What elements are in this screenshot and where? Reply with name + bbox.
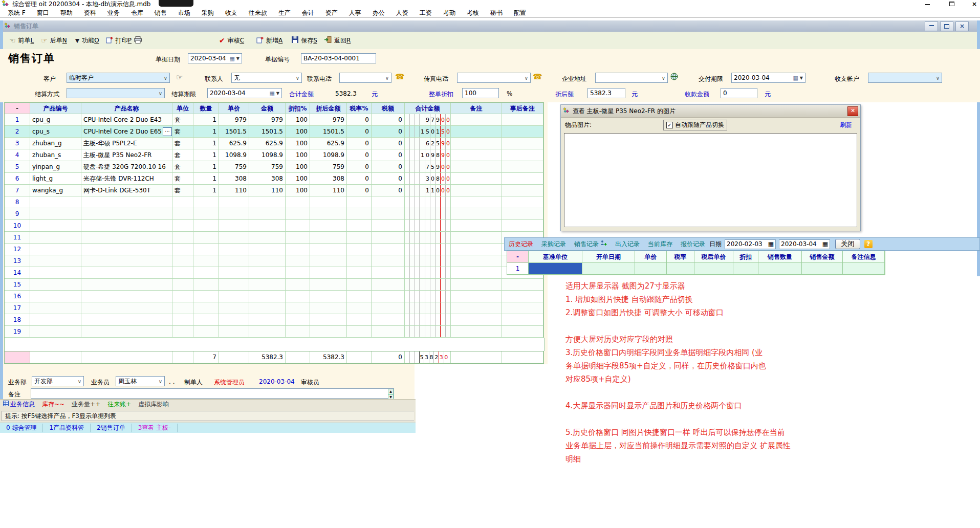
- table-row-16-cell-tax[interactable]: [372, 291, 405, 302]
- menu-item-帮助[interactable]: 帮助: [55, 9, 78, 17]
- table-row-13-cell-code[interactable]: [30, 255, 81, 267]
- table-row-4-cell-tax[interactable]: 0: [372, 149, 405, 161]
- menu-item-窗口[interactable]: 窗口: [31, 9, 55, 17]
- table-row-9-cell-name[interactable]: [81, 208, 172, 220]
- table-row-19-cell-qty[interactable]: [193, 326, 219, 338]
- table-row-17-cell-note[interactable]: [451, 302, 502, 314]
- table-row-1-cell-postnote[interactable]: [502, 114, 543, 126]
- menu-item-采购[interactable]: 采购: [196, 9, 220, 17]
- salesman-select[interactable]: 周玉林∨: [116, 376, 165, 386]
- table-row-11-cell-name[interactable]: [81, 232, 172, 244]
- table-row-5-cell-name[interactable]: 硬盘-希捷 320G 7200.10 16: [81, 161, 172, 173]
- table-row-1-cell-name[interactable]: CPU-Intel Core 2 Duo E43: [81, 114, 172, 126]
- table-row-11-cell-tax[interactable]: [372, 232, 405, 244]
- table-row-17-cell-disc_amount[interactable]: [310, 302, 347, 314]
- table-row-2-cell-discount[interactable]: 100: [286, 126, 310, 138]
- table-row-2-cell-note[interactable]: [451, 126, 502, 138]
- table-row-6-cell-code[interactable]: light_g: [30, 173, 81, 185]
- info-item-库存~~[interactable]: 库存~~: [42, 400, 64, 409]
- table-row-1-cell-qty[interactable]: 1: [193, 114, 219, 126]
- table-row-2-cell-amount[interactable]: 1501.5: [249, 126, 286, 138]
- table-row-6-cell-price[interactable]: 308: [219, 173, 249, 185]
- menu-item-销售[interactable]: 销售: [149, 9, 172, 17]
- table-row-2-cell-unit[interactable]: 套: [172, 126, 193, 138]
- table-row-16-cell-unit[interactable]: [172, 291, 193, 302]
- table-row-12-cell-tax[interactable]: [372, 244, 405, 255]
- table-row-6-cell-tax[interactable]: 0: [372, 173, 405, 185]
- table-row-3-cell-tax[interactable]: 0: [372, 138, 405, 149]
- app-minimize-button[interactable]: [920, 1, 934, 8]
- table-row-6-cell-disc_amount[interactable]: 308: [310, 173, 347, 185]
- table-row-6-cell-amount[interactable]: 308: [249, 173, 286, 185]
- table-row-10-cell-unit[interactable]: [172, 220, 193, 232]
- table-row-18-cell-postnote[interactable]: [502, 314, 543, 326]
- table-row-10-cell-name[interactable]: [81, 220, 172, 232]
- table-row-8-cell-tax_rate[interactable]: [347, 196, 372, 208]
- table-row-12-cell-digits[interactable]: [405, 244, 451, 255]
- table-row-17-cell-tax_rate[interactable]: [347, 302, 372, 314]
- table-row-1-cell-amount[interactable]: 979: [249, 114, 286, 126]
- table-row-7-cell-discount[interactable]: 100: [286, 185, 310, 196]
- table-row-5-cell-digits[interactable]: 75900: [405, 161, 451, 173]
- history-row-1-cell-4[interactable]: [667, 263, 694, 275]
- table-row-5-cell-note[interactable]: [451, 161, 502, 173]
- table-row-9-cell-amount[interactable]: [249, 208, 286, 220]
- toolbar-button-audit[interactable]: ✔审核C: [219, 36, 244, 45]
- globe-icon[interactable]: [670, 73, 678, 82]
- table-row-17-cell-unit[interactable]: [172, 302, 193, 314]
- table-row-8-cell-amount[interactable]: [249, 196, 286, 208]
- table-row-12-cell-unit[interactable]: [172, 244, 193, 255]
- table-row-18-cell-tax[interactable]: [372, 314, 405, 326]
- history-row-1-cell-8[interactable]: [802, 263, 843, 275]
- table-row-3-cell-qty[interactable]: 1: [193, 138, 219, 149]
- table-row-19-cell-discount[interactable]: [286, 326, 310, 338]
- table-row-3-cell-price[interactable]: 625.9: [219, 138, 249, 149]
- table-row-5-cell-price[interactable]: 759: [219, 161, 249, 173]
- fax-phone-icon[interactable]: ☎: [533, 72, 542, 81]
- delivery-date-input[interactable]: 2020-03-04▦▼: [731, 73, 805, 83]
- menu-item-市场[interactable]: 市场: [172, 9, 196, 17]
- customer-select[interactable]: 临时客户∨: [67, 73, 170, 83]
- history-tab-当前库存[interactable]: 当前库存: [644, 240, 677, 249]
- table-row-14-cell-price[interactable]: [219, 267, 249, 279]
- info-item-业务信息[interactable]: 业务信息: [3, 400, 35, 409]
- menu-item-办公[interactable]: 办公: [367, 9, 390, 17]
- table-row-2-cell-postnote[interactable]: [502, 126, 543, 138]
- info-item-业务量++[interactable]: 业务量++: [72, 400, 100, 409]
- table-row-11-cell-unit[interactable]: [172, 232, 193, 244]
- received-input[interactable]: 0: [721, 88, 757, 98]
- table-row-15-cell-tax[interactable]: [372, 279, 405, 291]
- history-row-1-cell-1[interactable]: [529, 263, 582, 275]
- table-row-6-cell-discount[interactable]: 100: [286, 173, 310, 185]
- table-row-11-cell-price[interactable]: [219, 232, 249, 244]
- table-row-14-cell-amount[interactable]: [249, 267, 286, 279]
- table-row-2-cell-digits[interactable]: 150150: [405, 126, 451, 138]
- fax-select[interactable]: ∨: [457, 73, 531, 83]
- table-row-14-cell-code[interactable]: [30, 267, 81, 279]
- phone-icon[interactable]: ☎: [395, 72, 405, 81]
- auto-follow-checkbox-group[interactable]: ✓ 自动跟随产品切换: [663, 120, 727, 130]
- menu-item-资料[interactable]: 资料: [78, 9, 102, 17]
- calendar-icon[interactable]: ▦: [229, 55, 234, 62]
- table-row-13-cell-unit[interactable]: [172, 255, 193, 267]
- table-row-4-cell-digits[interactable]: 109890: [405, 149, 451, 161]
- app-close-button[interactable]: ×: [967, 1, 980, 8]
- table-row-9-cell-price[interactable]: [219, 208, 249, 220]
- contact-select[interactable]: 无∨: [231, 73, 302, 83]
- info-item-往来账+[interactable]: 往来账+: [107, 400, 131, 409]
- checkbox-checked-icon[interactable]: ✓: [666, 122, 673, 128]
- table-row-6-cell-digits[interactable]: 30800: [405, 173, 451, 185]
- table-row-14-cell-name[interactable]: [81, 267, 172, 279]
- table-row-18-cell-amount[interactable]: [249, 314, 286, 326]
- table-row-19-cell-note[interactable]: [451, 326, 502, 338]
- menu-item-生产[interactable]: 生产: [273, 9, 296, 17]
- table-row-17-cell-name[interactable]: [81, 302, 172, 314]
- table-row-1-cell-disc_amount[interactable]: 979: [310, 114, 347, 126]
- table-row-13-cell-tax_rate[interactable]: [347, 255, 372, 267]
- table-row-18-cell-unit[interactable]: [172, 314, 193, 326]
- table-row-7-cell-code[interactable]: wangka_g: [30, 185, 81, 196]
- table-row-18-cell-code[interactable]: [30, 314, 81, 326]
- note-input[interactable]: [31, 388, 394, 399]
- menu-item-工资[interactable]: 工资: [414, 9, 438, 17]
- toolbar-button-func[interactable]: ▼功能O: [75, 36, 99, 45]
